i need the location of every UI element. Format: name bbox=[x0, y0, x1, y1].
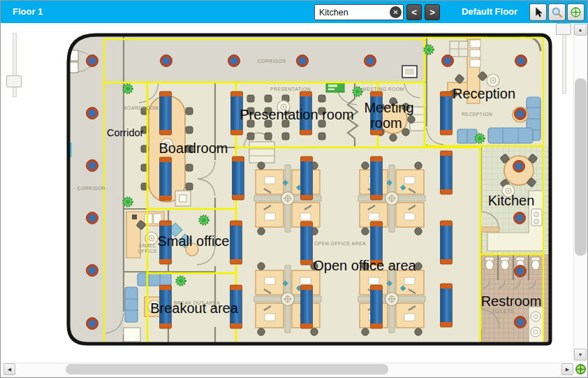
floor-plan-canvas[interactable]: BOARDROOM CORRIDOR CORRIDOR PRESENTATION… bbox=[1, 1, 587, 377]
luminaire[interactable] bbox=[441, 151, 453, 194]
scroll-down-button[interactable]: ▼ bbox=[574, 349, 587, 361]
luminaire[interactable] bbox=[441, 284, 453, 327]
prev-result-button[interactable]: < bbox=[406, 4, 422, 20]
room-label-small-office: Small office bbox=[157, 233, 229, 249]
occupancy-sensor[interactable] bbox=[87, 108, 98, 119]
right-zoom-slider-track[interactable] bbox=[562, 34, 566, 94]
zone-label-open-office: OPEN OFFICE AREA bbox=[314, 241, 366, 246]
occupancy-sensor[interactable] bbox=[87, 160, 98, 172]
scroll-right-icon: ▶ bbox=[566, 367, 569, 372]
horizontal-scrollbar-thumb[interactable] bbox=[66, 364, 388, 375]
room-label-reception: Reception bbox=[453, 86, 515, 101]
zone-label-small-office-2: OFFICE bbox=[138, 249, 157, 254]
occupancy-sensor[interactable] bbox=[161, 55, 172, 67]
room-label-presentation: Presentation room bbox=[240, 107, 353, 122]
occupancy-sensor[interactable] bbox=[87, 212, 98, 224]
occupancy-sensor[interactable] bbox=[297, 55, 309, 67]
zone-label-reception: RECEPTION bbox=[462, 112, 492, 117]
occupancy-sensor[interactable] bbox=[514, 212, 526, 224]
luminaire[interactable] bbox=[441, 92, 453, 135]
zone-label-meeting: MEETING ROOM bbox=[362, 87, 404, 92]
room-label-restroom: Restroom bbox=[481, 293, 542, 309]
occupancy-sensor[interactable] bbox=[515, 317, 527, 328]
luminaire[interactable] bbox=[230, 221, 242, 264]
luminaire[interactable] bbox=[301, 285, 313, 328]
room-label-kitchen: Kitchen bbox=[488, 193, 535, 208]
scroll-up-button[interactable]: ▲ bbox=[574, 24, 587, 36]
occupancy-sensor[interactable] bbox=[515, 55, 527, 67]
corner-fit-view-button[interactable] bbox=[574, 363, 587, 376]
occupancy-sensor[interactable] bbox=[87, 265, 98, 277]
occupancy-sensor[interactable] bbox=[515, 108, 527, 120]
fit-view-button[interactable] bbox=[567, 3, 585, 21]
occupancy-sensor[interactable] bbox=[515, 266, 527, 277]
search-box: ✕ bbox=[314, 4, 404, 20]
floor-title: Floor 1 bbox=[13, 6, 43, 17]
luminaire[interactable] bbox=[301, 221, 313, 265]
room-label-meeting-1: Meeting bbox=[364, 100, 413, 115]
zone-label-boardroom: BOARDROOM bbox=[124, 106, 159, 110]
room-label-meeting-2: room bbox=[370, 115, 402, 131]
zoom-tool-button[interactable] bbox=[548, 3, 566, 21]
luminaire[interactable] bbox=[160, 157, 172, 201]
room-label-open-office: Open office area bbox=[313, 258, 416, 273]
occupancy-sensor[interactable] bbox=[365, 55, 376, 67]
zone-label-presentation: PRESENTATION bbox=[270, 87, 311, 92]
right-zoom-slider-thumb[interactable] bbox=[556, 23, 571, 35]
target-crosshair-icon bbox=[575, 363, 587, 375]
cursor-arrow-icon bbox=[532, 6, 544, 18]
scroll-left-icon: ◀ bbox=[8, 367, 11, 372]
clear-icon: ✕ bbox=[392, 8, 398, 16]
zone-label-corridor-top: CORRIDOR bbox=[257, 59, 286, 64]
next-result-button[interactable]: > bbox=[425, 4, 440, 20]
clear-search-button[interactable]: ✕ bbox=[390, 6, 402, 18]
luminaire[interactable] bbox=[160, 92, 172, 135]
zone-label-toilets: TOILETS bbox=[492, 309, 514, 314]
luminaire[interactable] bbox=[233, 157, 244, 200]
zone-label-corridor-left: CORRIDOR bbox=[77, 186, 105, 191]
target-crosshair-icon bbox=[570, 6, 582, 18]
luminaire[interactable] bbox=[371, 157, 383, 200]
select-tool-button[interactable] bbox=[529, 3, 547, 21]
luminaire[interactable] bbox=[371, 285, 383, 328]
scroll-left-button[interactable]: ◀ bbox=[3, 363, 15, 375]
toolbar: Floor 1 ✕ < > Default Floor bbox=[1, 1, 587, 23]
occupancy-sensor[interactable] bbox=[87, 55, 98, 67]
scroll-down-icon: ▼ bbox=[578, 352, 583, 357]
luminaire[interactable] bbox=[441, 221, 453, 264]
vertical-scrollbar-thumb[interactable] bbox=[575, 78, 587, 256]
room-label-breakout: Breakout area bbox=[150, 300, 239, 316]
floor-plan-app: BOARDROOM CORRIDOR CORRIDOR PRESENTATION… bbox=[0, 0, 588, 378]
occupancy-sensor[interactable] bbox=[442, 55, 454, 67]
magnifier-icon bbox=[551, 6, 563, 18]
search-input[interactable] bbox=[316, 6, 389, 19]
left-zoom-slider-thumb[interactable] bbox=[6, 75, 22, 87]
luminaire[interactable] bbox=[301, 157, 313, 200]
scroll-right-button[interactable]: ▶ bbox=[561, 363, 573, 375]
exit-sign bbox=[326, 82, 344, 92]
default-floor-label: Default Floor bbox=[453, 6, 526, 17]
room-label-corridor: Corridor bbox=[107, 127, 144, 138]
occupancy-sensor[interactable] bbox=[228, 55, 240, 67]
zone-label-small-office-1: SMALL bbox=[139, 243, 156, 248]
scroll-up-icon: ▲ bbox=[578, 27, 583, 32]
occupancy-sensor[interactable] bbox=[513, 161, 525, 173]
room-label-boardroom: Boardroom bbox=[159, 140, 228, 156]
left-zoom-slider-track[interactable] bbox=[13, 33, 17, 97]
occupancy-sensor[interactable] bbox=[87, 318, 98, 330]
